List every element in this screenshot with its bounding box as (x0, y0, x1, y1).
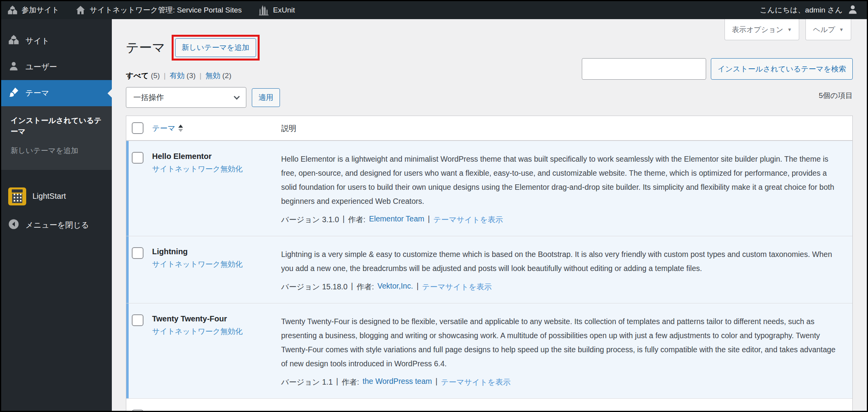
filter-all[interactable]: すべて (5) (126, 71, 160, 81)
sidebar-item-lightstart-label: LightStart (32, 192, 66, 201)
castle-icon (258, 5, 269, 16)
row-checkbox[interactable] (132, 410, 143, 412)
admin-bar-exunit[interactable]: ExUnit (258, 5, 295, 16)
theme-meta: バージョン 1.1 | 作者: the WordPress team | テーマ… (281, 377, 837, 387)
submenu-installed-themes[interactable]: インストールされているテーマ (1, 111, 112, 141)
chevron-down-icon: ▼ (787, 27, 792, 32)
column-header-description: 説明 (281, 123, 852, 134)
sidebar-item-collapse-menu[interactable]: メニューを閉じる (1, 212, 112, 238)
theme-search-input[interactable] (582, 58, 706, 80)
chevron-down-icon (234, 93, 240, 100)
meta-separator: | (436, 377, 438, 387)
sidebar-item-sites-label: サイト (25, 36, 49, 46)
sidebar-item-collapse-label: メニューを閉じる (25, 220, 89, 230)
themes-submenu: インストールされているテーマ 新しいテーマを追加 (1, 106, 112, 170)
filter-separator: | (164, 71, 166, 80)
network-disable-link[interactable]: サイトネットワーク無効化 (152, 326, 243, 337)
theme-version: バージョン 15.18.0 (281, 282, 348, 292)
admin-bar-my-sites-label: 参加サイト (22, 5, 59, 15)
filter-disabled[interactable]: 無効 (2) (205, 71, 231, 81)
sidebar-item-users[interactable]: ユーザー (1, 54, 112, 80)
add-new-theme-button[interactable]: 新しいテーマを追加 (175, 38, 256, 57)
network-disable-link[interactable]: サイトネットワーク無効化 (152, 164, 243, 174)
submenu-installed-themes-label: インストールされているテーマ (11, 116, 102, 136)
author-label: 作者: (342, 377, 359, 387)
submenu-add-new-theme[interactable]: 新しいテーマを追加 (1, 141, 112, 161)
wordpress-network-themes-page: 参加サイト サイトネットワーク管理: Service Portal Sites (0, 0, 868, 412)
main-content: 表示オプション ▼ ヘルプ ▼ テーマ 新しいテーマを追加 すべて (5) (112, 19, 867, 411)
theme-meta: バージョン 15.18.0 | 作者: Vektor,Inc. | テーマサイト… (281, 282, 837, 292)
filter-disabled-label: 無効 (205, 71, 220, 80)
network-sites-icon (7, 5, 18, 15)
table-row: Twenty Twenty-Four サイトネットワーク無効化 Twenty T… (126, 303, 852, 398)
row-checkbox[interactable] (132, 314, 143, 326)
help-tab[interactable]: ヘルプ ▼ (805, 19, 851, 40)
admin-sidebar: サイト ユーザー テーマ (1, 19, 112, 411)
theme-meta: バージョン 3.1.0 | 作者: Elementor Team | テーマサイ… (281, 214, 837, 225)
search-installed-themes-button[interactable]: インストールされているテーマを検索 (711, 58, 853, 80)
filter-all-label: すべて (126, 71, 149, 80)
table-header-row: テーマ 説明 (126, 116, 852, 141)
theme-description: Twenty Twenty-Four is designed to be fle… (281, 314, 837, 371)
sidebar-item-users-label: ユーザー (25, 62, 57, 72)
filter-separator: | (199, 71, 201, 80)
column-header-theme[interactable]: テーマ (152, 123, 183, 134)
theme-name: Hello Elementor (152, 152, 281, 161)
sort-icon (178, 125, 183, 132)
meta-separator: | (351, 282, 353, 292)
items-count: 5個の項目 (819, 91, 853, 101)
author-label: 作者: (357, 282, 374, 292)
sidebar-item-lightstart[interactable]: LightStart (1, 181, 112, 212)
table-row: Hello Elementor サイトネットワーク無効化 Hello Eleme… (126, 141, 852, 236)
sidebar-separator (1, 170, 112, 181)
meta-separator: | (428, 214, 430, 225)
admin-bar: 参加サイト サイトネットワーク管理: Service Portal Sites (1, 1, 867, 19)
admin-bar-account[interactable]: こんにちは、admin さん (760, 4, 858, 17)
submenu-add-new-theme-label: 新しいテーマを追加 (11, 146, 78, 155)
row-checkbox[interactable] (132, 152, 143, 164)
collapse-icon (8, 219, 19, 232)
column-header-theme-label: テーマ (152, 123, 175, 134)
admin-bar-my-sites[interactable]: 参加サイト (7, 5, 59, 15)
table-row: Lightning サイトネットワーク無効化 Lightning is a ve… (126, 236, 852, 303)
admin-bar-network-admin[interactable]: サイトネットワーク管理: Service Portal Sites (75, 5, 242, 15)
brush-icon (8, 87, 19, 100)
select-all-checkbox[interactable] (132, 122, 143, 134)
screen-options-label: 表示オプション (732, 25, 784, 34)
filter-enabled-count: (3) (187, 71, 195, 80)
bulk-action-select[interactable]: 一括操作 (126, 87, 246, 108)
view-theme-site-link[interactable]: テーマサイトを表示 (433, 214, 503, 225)
admin-bar-network-admin-label: サイトネットワーク管理: Service Portal Sites (90, 5, 242, 15)
view-theme-site-link[interactable]: テーマサイトを表示 (422, 282, 491, 292)
admin-bar-greeting: こんにちは、admin さん (760, 5, 843, 15)
themes-table: テーマ 説明 Hello Elementor サイトネットワーク無効化 (126, 116, 853, 412)
theme-description: Hello Elementor is a lightweight and min… (281, 152, 837, 208)
filter-enabled[interactable]: 有効 (3) (170, 71, 196, 81)
network-disable-link[interactable]: サイトネットワーク無効化 (152, 259, 243, 269)
theme-name: Lightning (152, 247, 281, 256)
sidebar-item-themes[interactable]: テーマ (1, 80, 112, 106)
row-checkbox[interactable] (132, 247, 143, 259)
chevron-down-icon: ▼ (839, 27, 844, 32)
theme-description: Lightning is a very simple & easy to cus… (281, 247, 837, 275)
author-link[interactable]: the WordPress team (362, 377, 432, 387)
meta-separator: | (416, 282, 418, 292)
theme-version: バージョン 3.1.0 (281, 214, 339, 225)
meta-separator: | (343, 214, 344, 225)
screen-options-tab[interactable]: 表示オプション ▼ (725, 19, 800, 40)
meta-separator: | (336, 377, 338, 387)
theme-name: Twenty Twenty-Three (152, 410, 281, 412)
author-link[interactable]: Vektor,Inc. (377, 282, 413, 292)
red-annotation-box: 新しいテーマを追加 (172, 35, 260, 61)
filter-all-count: (5) (151, 71, 160, 80)
sites-icon (8, 34, 19, 47)
apply-button[interactable]: 適用 (252, 88, 280, 107)
filter-enabled-label: 有効 (170, 71, 185, 80)
users-icon (8, 61, 19, 73)
sidebar-item-themes-label: テーマ (25, 88, 49, 98)
bulk-action-selected-value: 一括操作 (133, 92, 164, 103)
theme-name: Twenty Twenty-Four (152, 314, 281, 323)
view-theme-site-link[interactable]: テーマサイトを表示 (441, 377, 511, 387)
sidebar-item-sites[interactable]: サイト (1, 28, 112, 54)
author-link[interactable]: Elementor Team (369, 214, 425, 225)
